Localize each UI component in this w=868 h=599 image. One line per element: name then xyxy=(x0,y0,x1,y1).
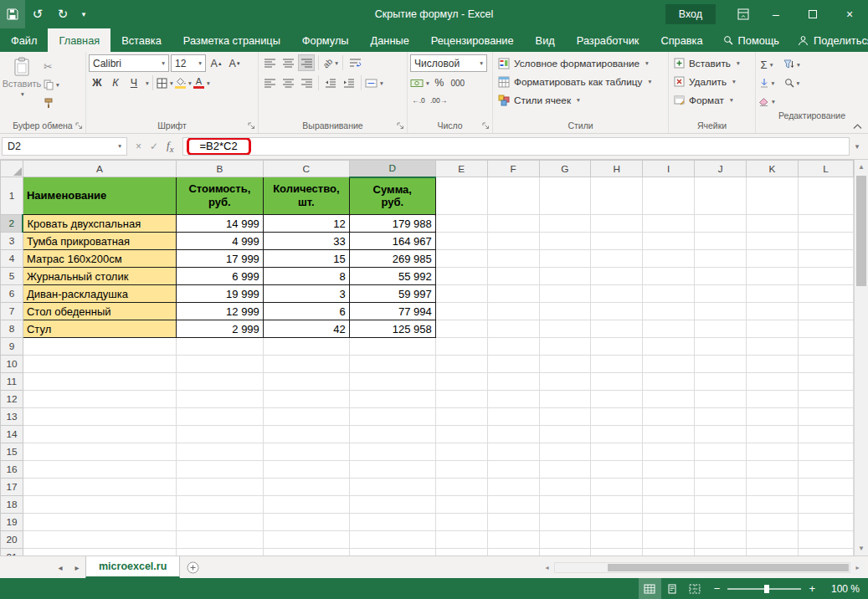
cell-L14[interactable] xyxy=(798,426,853,443)
conditional-formatting-button[interactable]: Условное форматирование▾ xyxy=(496,54,651,72)
underline-chevron-icon[interactable]: ▾ xyxy=(146,79,149,87)
cell-E10[interactable] xyxy=(435,356,487,373)
cell-K6[interactable] xyxy=(747,285,799,303)
cell-I9[interactable] xyxy=(643,338,695,356)
cell-H8[interactable] xyxy=(591,320,643,338)
cell-A19[interactable] xyxy=(23,514,176,531)
cell-A17[interactable] xyxy=(23,479,176,496)
cell-I14[interactable] xyxy=(643,426,695,443)
cell-H17[interactable] xyxy=(591,479,643,496)
cell-A7[interactable]: Стол обеденный xyxy=(23,303,176,320)
cell-J16[interactable] xyxy=(695,461,747,479)
cell-B10[interactable] xyxy=(176,356,263,373)
share-button[interactable]: Поделиться xyxy=(788,34,868,47)
col-header-K[interactable]: K xyxy=(747,161,799,177)
merge-center-button[interactable]: ▾ xyxy=(365,74,383,91)
cell-L2[interactable] xyxy=(798,215,853,233)
confirm-entry-icon[interactable]: ✓ xyxy=(150,141,158,152)
increase-font-size-button[interactable]: А▴ xyxy=(208,55,224,72)
cell-H14[interactable] xyxy=(591,426,643,443)
cell-A10[interactable] xyxy=(23,356,176,373)
tell-me-button[interactable]: Помощь xyxy=(714,34,788,47)
new-sheet-button[interactable] xyxy=(180,556,205,578)
vertical-scroll-thumb[interactable] xyxy=(856,176,866,286)
row-header-12[interactable]: 12 xyxy=(1,391,23,408)
cell-E17[interactable] xyxy=(435,479,487,496)
undo-icon[interactable]: ↺ xyxy=(25,0,50,28)
scroll-right-arrow-icon[interactable]: ▸ xyxy=(850,561,865,575)
cell-F10[interactable] xyxy=(487,356,539,373)
cell-E8[interactable] xyxy=(435,320,487,338)
cell-F7[interactable] xyxy=(487,303,539,320)
decrease-decimal-button[interactable]: .00→ xyxy=(429,92,449,109)
cell-G2[interactable] xyxy=(539,215,591,233)
cell-C16[interactable] xyxy=(263,461,349,479)
row-header-18[interactable]: 18 xyxy=(1,496,23,514)
row-header-20[interactable]: 20 xyxy=(1,531,23,549)
cell-A18[interactable] xyxy=(23,496,176,514)
customize-qat-chevron-icon[interactable]: ▾ xyxy=(75,0,92,28)
cell-A9[interactable] xyxy=(23,338,176,356)
select-all-corner[interactable] xyxy=(1,161,23,177)
cell-C4[interactable]: 15 xyxy=(263,250,349,268)
horizontal-scroll-thumb[interactable] xyxy=(608,564,849,571)
cell-K4[interactable] xyxy=(747,250,799,268)
cell-K5[interactable] xyxy=(747,268,799,285)
underline-button[interactable]: Ч xyxy=(126,74,142,91)
sheet-tab-active[interactable]: microexcel.ru xyxy=(85,556,180,578)
cell-K12[interactable] xyxy=(747,391,799,408)
cell-A5[interactable]: Журнальный столик xyxy=(23,268,176,285)
cell-C1[interactable]: Количество, шт. xyxy=(263,177,349,215)
cell-B6[interactable]: 19 999 xyxy=(176,285,263,303)
next-sheet-arrow-icon[interactable]: ▸ xyxy=(69,556,85,578)
row-header-1[interactable]: 1 xyxy=(1,177,23,215)
cell-B21[interactable] xyxy=(176,549,263,556)
cell-C5[interactable]: 8 xyxy=(263,268,349,285)
paste-button[interactable]: Вставить ▾ xyxy=(3,54,41,98)
cell-J9[interactable] xyxy=(695,338,747,356)
cell-K17[interactable] xyxy=(747,479,799,496)
tab-file[interactable]: Файл xyxy=(0,28,48,52)
cell-G3[interactable] xyxy=(539,233,591,250)
cell-L1[interactable] xyxy=(798,177,853,215)
cell-B16[interactable] xyxy=(176,461,263,479)
number-dialog-launcher-icon[interactable] xyxy=(482,122,490,130)
cell-J8[interactable] xyxy=(695,320,747,338)
formula-input[interactable]: =B2*C2 xyxy=(182,137,850,156)
align-bottom-button[interactable] xyxy=(298,54,315,71)
cell-C14[interactable] xyxy=(263,426,349,443)
cell-E7[interactable] xyxy=(435,303,487,320)
wrap-text-button[interactable] xyxy=(347,54,363,71)
row-header-11[interactable]: 11 xyxy=(1,373,23,391)
cell-C20[interactable] xyxy=(263,531,349,549)
cell-K19[interactable] xyxy=(747,514,799,531)
cell-J7[interactable] xyxy=(695,303,747,320)
cell-L8[interactable] xyxy=(798,320,853,338)
name-box[interactable]: D2▾ xyxy=(2,137,127,156)
cell-D3[interactable]: 164 967 xyxy=(349,233,435,250)
cell-G16[interactable] xyxy=(539,461,591,479)
cell-K14[interactable] xyxy=(747,426,799,443)
cell-D11[interactable] xyxy=(349,373,435,391)
tab-page-layout[interactable]: Разметка страницы xyxy=(172,28,291,52)
row-header-19[interactable]: 19 xyxy=(1,514,23,531)
cell-A4[interactable]: Матрас 160х200см xyxy=(23,250,176,268)
row-header-16[interactable]: 16 xyxy=(1,461,23,479)
cell-D17[interactable] xyxy=(349,479,435,496)
cell-D1[interactable]: Сумма, руб. xyxy=(349,177,435,215)
cell-D2[interactable]: 179 988 xyxy=(349,215,435,233)
cell-C10[interactable] xyxy=(263,356,349,373)
cell-L11[interactable] xyxy=(798,373,853,391)
cell-F2[interactable] xyxy=(487,215,539,233)
cell-K9[interactable] xyxy=(747,338,799,356)
cell-G18[interactable] xyxy=(539,496,591,514)
format-cells-button[interactable]: Формат▾ xyxy=(671,91,736,109)
cell-I21[interactable] xyxy=(643,549,695,556)
zoom-in-button[interactable]: + xyxy=(809,583,815,594)
cell-J11[interactable] xyxy=(695,373,747,391)
cell-G13[interactable] xyxy=(539,408,591,426)
cell-G1[interactable] xyxy=(539,177,591,215)
cell-L10[interactable] xyxy=(798,356,853,373)
vertical-scrollbar[interactable]: ▲ ▼ xyxy=(854,160,868,555)
cell-B2[interactable]: 14 999 xyxy=(176,215,263,233)
